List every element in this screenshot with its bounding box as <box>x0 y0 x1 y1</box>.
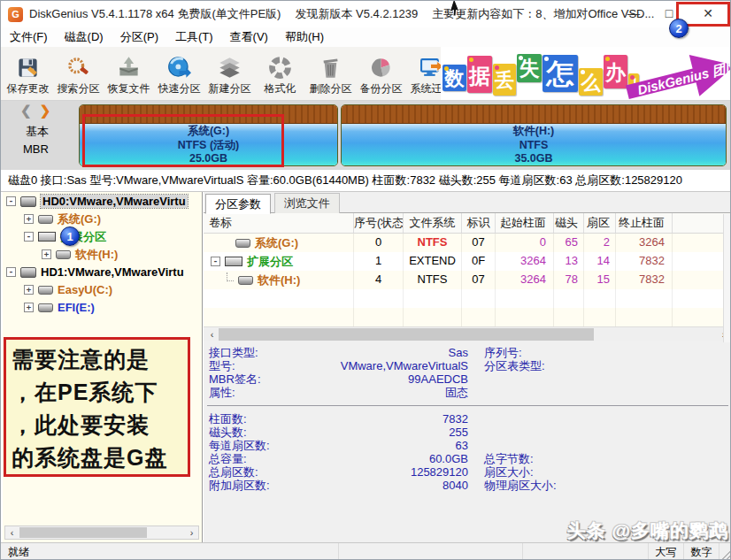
col-head[interactable]: 磁头 <box>554 213 584 233</box>
details-row: 磁头数:255 <box>204 426 731 439</box>
partition-icon <box>38 303 53 312</box>
tree-item-software-h[interactable]: + 软件(H:) <box>3 245 202 263</box>
new-partition-button[interactable]: 新建分区 <box>204 49 255 98</box>
col-sector[interactable]: 扇区 <box>584 213 616 233</box>
partition-block-software-h[interactable]: 软件(H:) NTFS 35.0GB <box>341 104 727 166</box>
details-label: 磁头数: <box>209 426 337 439</box>
details-value <box>599 359 731 372</box>
tab-partition-params[interactable]: 分区参数 <box>205 194 271 214</box>
collapse-icon[interactable]: - <box>6 196 16 206</box>
tree-item-system-g[interactable]: + 系统(G:) <box>3 210 202 227</box>
toolbar-label: 新建分区 <box>209 81 251 96</box>
tree-item-hd1[interactable]: - HD1:VMware,VMwareVirtu <box>3 263 202 280</box>
details-label <box>484 412 599 426</box>
partition-icon <box>38 286 53 295</box>
cell-sector: 14 <box>584 252 616 271</box>
details-value: 固态 <box>337 386 468 399</box>
tree-item-easyu-c[interactable]: + EasyU(C:) <box>3 280 202 298</box>
expand-icon[interactable]: + <box>24 285 34 295</box>
details-label: 序列号: <box>484 346 599 359</box>
col-id[interactable]: 标识 <box>462 213 496 233</box>
tree-item-extended[interactable]: - 扩展分区 <box>3 227 202 245</box>
banner-tile: 么 <box>579 68 603 96</box>
menu-help[interactable]: 帮助(H) <box>285 29 324 45</box>
disk-tree-panel: - HD0:VMware,VMwareVirtu + 系统(G:) - 扩展分区… <box>3 192 203 542</box>
col-filesystem[interactable]: 文件系统 <box>404 213 462 233</box>
format-button[interactable]: 格式化 <box>255 49 305 98</box>
details-label <box>484 439 599 452</box>
partition-scheme-label: MBR <box>23 142 49 156</box>
collapse-icon[interactable]: - <box>24 232 34 242</box>
tile-dot <box>444 66 449 71</box>
menu-disk[interactable]: 磁盘(D) <box>65 29 104 45</box>
details-label: 每道扇区数: <box>209 439 337 452</box>
menu-view[interactable]: 查看(V) <box>230 29 268 45</box>
scrollbar-thumb[interactable] <box>19 527 147 538</box>
details-row: 每道扇区数:63 <box>204 439 731 452</box>
hard-disk-icon <box>20 196 36 207</box>
partition-header-strip <box>342 105 726 124</box>
tree-item-hd0[interactable]: - HD0:VMware,VMwareVirtu <box>3 192 202 210</box>
menu-partition[interactable]: 分区(P) <box>120 29 158 45</box>
collapse-icon[interactable]: - <box>6 267 16 277</box>
minimize-button[interactable]: — <box>617 1 650 27</box>
search-partition-button[interactable]: 搜索分区 <box>53 49 104 98</box>
cell-volume: 扩展分区 <box>247 253 293 271</box>
details-value: Sas <box>337 346 468 359</box>
details-value: 7832 <box>337 412 468 426</box>
scroll-left-icon[interactable]: ‹ <box>205 328 219 341</box>
table-vertical-scrollbar[interactable] <box>723 214 731 342</box>
cell-seq: 1 <box>354 252 404 271</box>
table-row-system-g[interactable]: 系统(G:) 0 NTFS 07 0 65 2 3264 <box>204 234 731 252</box>
tree-item-label: 软件(H:) <box>75 247 118 263</box>
scroll-left-icon[interactable]: ‹ <box>5 526 19 539</box>
details-value <box>599 386 731 399</box>
expand-icon[interactable]: + <box>42 249 51 259</box>
expand-icon[interactable]: + <box>24 303 34 312</box>
details-value <box>599 479 731 492</box>
details-value: VMware,VMwareVirtualS <box>337 359 468 372</box>
table-row-extended[interactable]: -扩展分区 1 EXTEND 0F 3264 13 14 7832 <box>204 252 731 271</box>
details-label: 柱面数: <box>209 412 337 426</box>
delete-partition-button[interactable]: 删除分区 <box>305 49 356 98</box>
menu-file[interactable]: 文件(F) <box>10 29 48 45</box>
menu-bar: 文件(F) 磁盘(D) 分区(P) 工具(T) 查看(V) 帮助(H) <box>1 27 731 47</box>
col-start-cylinder[interactable]: 起始柱面 <box>496 213 554 233</box>
promo-banner: 数据丢失怎么办！ DiskGenius 团队 <box>441 47 731 100</box>
save-changes-button[interactable]: 保存更改 <box>3 49 53 98</box>
cell-head: 13 <box>554 252 584 271</box>
scroll-right-icon[interactable]: › <box>185 526 198 539</box>
tree-item-efi-e[interactable]: + EFI(E:) <box>3 298 202 316</box>
details-row: MBR签名:99AAEDCB <box>204 372 731 386</box>
tile-dot <box>544 57 549 61</box>
banner-tile: 失 <box>517 54 542 82</box>
next-disk-arrow-icon[interactable]: ❯ <box>40 103 51 118</box>
expand-icon[interactable]: + <box>24 214 34 224</box>
scrollbar-thumb[interactable] <box>219 328 594 341</box>
resize-grip[interactable] <box>719 543 731 560</box>
col-volume[interactable]: 卷标 <box>204 213 354 233</box>
banner-tile: 据 <box>467 56 492 93</box>
format-ring-icon <box>268 56 292 80</box>
backup-partition-button[interactable]: 备份分区 <box>356 49 406 98</box>
recover-files-button[interactable]: 恢复文件 <box>104 49 154 98</box>
toolbar-label: 保存更改 <box>7 81 50 96</box>
annotation-note-box: 需要注意的是 ，在PE系统下 ，此处要安装 的系统盘是G盘 <box>4 337 190 477</box>
details-label: 扇区大小: <box>484 465 599 479</box>
table-horizontal-scrollbar[interactable]: ‹ › <box>204 326 731 341</box>
window-title: DiskGenius V5.4.1.1178 x64 免费版(单文件PE版) <box>29 6 281 22</box>
tree-item-label: HD1:VMware,VMwareVirtu <box>41 265 184 279</box>
note-text: ，此处要安装 <box>12 413 150 437</box>
quick-partition-button[interactable]: 快速分区 <box>154 49 204 98</box>
tree-horizontal-scrollbar[interactable]: ‹ › <box>4 525 199 540</box>
col-seq-status[interactable]: 序号(状态) <box>354 213 404 233</box>
table-row-software-h[interactable]: 软件(H:) 4 NTFS 07 3264 78 15 7832 <box>204 271 731 289</box>
menu-tools[interactable]: 工具(T) <box>175 29 213 45</box>
trash-delete-icon <box>319 56 342 80</box>
cell-end: 7832 <box>616 271 673 289</box>
col-end-cylinder[interactable]: 终止柱面 <box>616 213 673 233</box>
tab-browse-files[interactable]: 浏览文件 <box>274 193 340 213</box>
status-bar: 就绪 大写 数字 <box>1 542 731 560</box>
collapse-icon[interactable]: - <box>211 257 220 266</box>
prev-disk-arrow-icon[interactable]: ❮ <box>20 103 32 118</box>
